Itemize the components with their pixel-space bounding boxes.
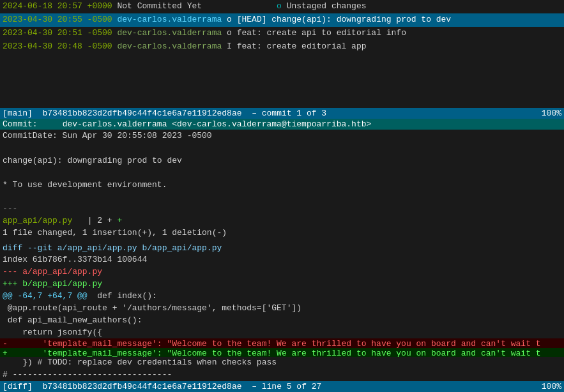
message-3: feat: create editorial app (232, 41, 367, 53)
diff-header-text: diff --git a/app_api/app.py b/app_api/ap… (3, 243, 222, 253)
diff-new-text: +++ b/app_api/app.py (3, 279, 102, 289)
log-section: 2024-06-18 20:57 +0000 Not Committed Yet… (0, 0, 564, 53)
file-stat-name: app_api/app.py (3, 216, 72, 225)
commit-author: dev-carlos.valderrama <dev-carlos.valder… (63, 119, 372, 129)
diff-hunk-context: def index(): (92, 291, 156, 301)
status-info: – commit 1 of 3 (247, 109, 326, 118)
bottom-label: [diff] (3, 382, 33, 391)
status-bar: [main] b73481bb823d2dfb49c44f4c1e6a7e119… (0, 108, 564, 119)
status-hash: b73481bb823d2dfb49c44f4c1e6a7e11912ed8ae (38, 109, 242, 118)
diff-old-text: --- a/app_api/app.py (3, 267, 102, 276)
diff-ctx-2: def api_mail_new_authors(): (0, 315, 564, 327)
message-head: change(api): downgrading prod to dev (267, 14, 452, 26)
author-head: dev-carlos.valderrama (112, 14, 222, 26)
commit-date-line: CommitDate: Sun Apr 30 20:55:08 2023 -05… (0, 130, 564, 143)
log-line-2: 2023-04-30 20:51 -0500 dev-carlos.valder… (0, 27, 564, 40)
date-uncommitted: 2024-06-18 20:57 +0000 (3, 1, 112, 13)
author-3: dev-carlos.valderrama (112, 41, 222, 53)
diff-added-the: the (227, 349, 241, 357)
ref-3: I (222, 41, 232, 53)
diff-ctx-4: }) # TODO: replace dev credentials when … (0, 357, 564, 369)
commit-message-empty2 (0, 167, 564, 179)
diff-ctx-3: return jsonify({ (0, 327, 564, 339)
summary-line: 1 file changed, 1 insertion(+), 1 deleti… (0, 227, 564, 239)
file-stat-line: app_api/app.py | 2 + + (0, 215, 564, 227)
ref-2: o (222, 27, 232, 40)
date-head: 2023-04-30 20:55 -0500 (3, 14, 112, 26)
commit-message-1: change(api): downgrading prod to dev (0, 155, 564, 167)
diff-hunk-text: @@ -64,7 +64,7 @@ (3, 291, 88, 301)
log-line-head: 2023-04-30 20:55 -0500 dev-carlos.valder… (0, 13, 564, 27)
terminal: 2024-06-18 20:57 +0000 Not Committed Yet… (0, 0, 564, 392)
diff-removed-line: - 'template_mail_message': "Welcome to t… (0, 338, 564, 347)
ref-head: o [HEAD] (222, 14, 266, 26)
hash-separator-line: # -------------------------------- (0, 369, 564, 381)
file-stat-info: | 2 + (88, 216, 112, 225)
commit-message-2: * To use development environment. (0, 179, 564, 192)
commit-label: Commit: (3, 119, 57, 129)
status-percent: 100% (542, 109, 561, 118)
log-line-uncommitted: 2024-06-18 20:57 +0000 Not Committed Yet… (0, 0, 564, 13)
date-2: 2023-04-30 20:51 -0500 (3, 27, 112, 40)
log-line-3: 2023-04-30 20:48 -0500 dev-carlos.valder… (0, 40, 564, 54)
commit-message-empty (0, 143, 564, 155)
date-3: 2023-04-30 20:48 -0500 (3, 41, 112, 53)
separator-line: --- (0, 203, 564, 215)
unstaged-label: Unstaged changes (282, 1, 367, 13)
diff-old-line: --- a/app_api/app.py (0, 266, 564, 278)
status-branch: [main] (3, 109, 33, 118)
bottom-hash: b73481bb823d2dfb49c44f4c1e6a7e11912ed8ae (38, 382, 242, 391)
ref-uncommitted: o (277, 1, 282, 13)
diff-removed-text: - 'template_mail_message': "Welcome to t… (3, 339, 541, 347)
commit-bar: Commit: dev-carlos.valderrama <dev-carlo… (0, 119, 564, 130)
diff-added-rest: team! We are thrilled to have you on boa… (241, 349, 540, 357)
diff-header-line: diff --git a/app_api/app.py b/app_api/ap… (0, 243, 564, 255)
file-stat-plus: + (117, 216, 122, 225)
bottom-percent: 100% (542, 382, 561, 391)
diff-added-text: + 'template_mail_message': "Welcome to (3, 349, 227, 357)
file-stat-separator (77, 216, 82, 225)
diff-hunk-line: @@ -64,7 +64,7 @@ def index(): (0, 290, 564, 303)
diff-added-line: + 'template_mail_message': "Welcome to t… (0, 348, 564, 357)
author-2: dev-carlos.valderrama (112, 27, 222, 40)
bottom-bar: [diff] b73481bb823d2dfb49c44f4c1e6a7e119… (0, 381, 564, 392)
diff-index-line: index 61b786f..3373b14 100644 (0, 254, 564, 266)
message-2: feat: create api to editorial info (232, 27, 406, 40)
bottom-info: – line 5 of 27 (247, 382, 321, 391)
uncommitted-label: Not Committed Yet (112, 1, 277, 13)
diff-new-line: +++ b/app_api/app.py (0, 278, 564, 290)
commit-message-empty3 (0, 192, 564, 204)
empty-space (0, 53, 564, 108)
diff-ctx-1: @app.route(api_route + '/authors/message… (0, 303, 564, 315)
